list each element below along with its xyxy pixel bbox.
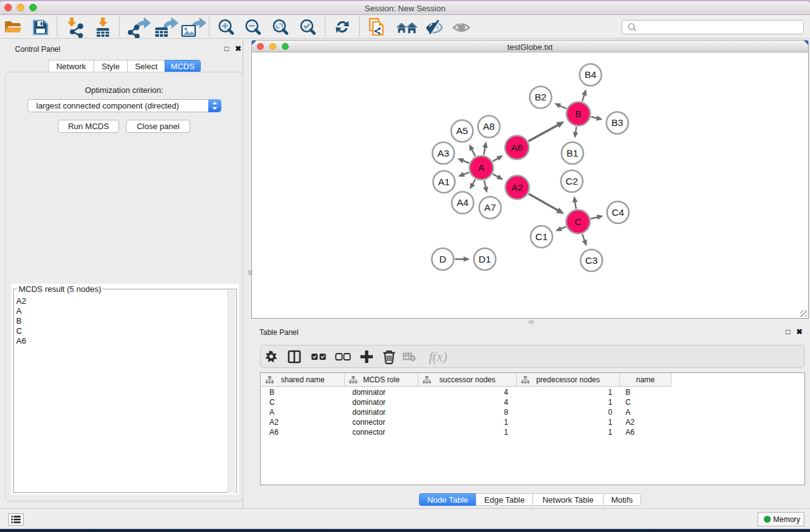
svg-text:A2: A2 (511, 182, 523, 193)
svg-text:B1: B1 (567, 148, 579, 158)
svg-text:C2: C2 (566, 176, 578, 186)
svg-text:A1: A1 (438, 177, 450, 187)
svg-text:A3: A3 (438, 148, 450, 158)
svg-text:C1: C1 (536, 231, 548, 242)
svg-text:f(x): f(x) (429, 349, 447, 364)
svg-text:D: D (439, 254, 446, 264)
svg-text:C3: C3 (586, 255, 598, 266)
svg-text:B3: B3 (612, 117, 624, 128)
svg-text:B: B (575, 109, 581, 119)
svg-text:A4: A4 (457, 197, 469, 208)
svg-text:C: C (574, 216, 581, 227)
svg-text:B2: B2 (535, 92, 547, 102)
svg-text:C4: C4 (612, 207, 624, 218)
svg-text:A5: A5 (456, 125, 468, 136)
svg-text:A8: A8 (483, 121, 495, 132)
svg-text:B4: B4 (585, 69, 597, 80)
svg-text:A7: A7 (485, 202, 496, 213)
svg-text:A6: A6 (511, 142, 523, 153)
svg-text:D1: D1 (479, 254, 491, 264)
svg-text:A: A (478, 162, 485, 173)
